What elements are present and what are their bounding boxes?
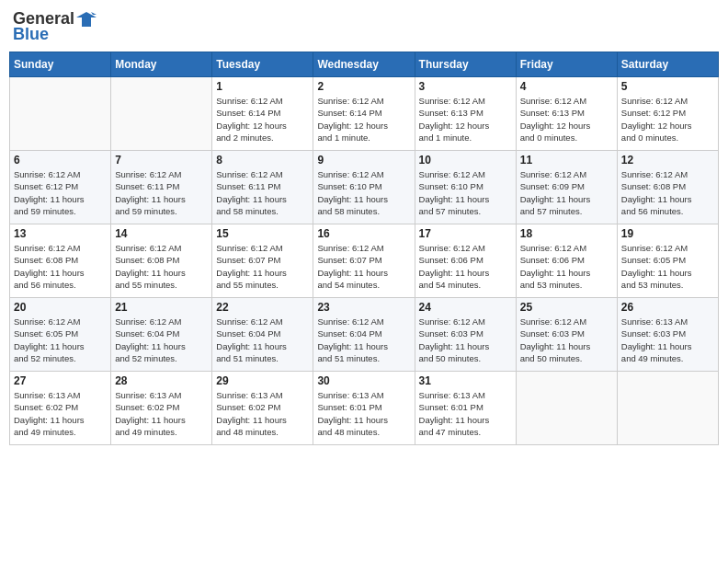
calendar-cell: 6Sunrise: 6:12 AM Sunset: 6:12 PM Daylig… [10, 151, 111, 224]
calendar-cell: 23Sunrise: 6:12 AM Sunset: 6:04 PM Dayli… [313, 298, 415, 372]
day-info: Sunrise: 6:12 AM Sunset: 6:03 PM Dayligh… [520, 316, 613, 364]
calendar-week-row: 20Sunrise: 6:12 AM Sunset: 6:05 PM Dayli… [10, 298, 719, 372]
logo-bird-icon [76, 10, 97, 29]
calendar-cell: 28Sunrise: 6:13 AM Sunset: 6:02 PM Dayli… [111, 372, 212, 445]
calendar-cell: 12Sunrise: 6:12 AM Sunset: 6:08 PM Dayli… [617, 151, 718, 224]
svg-marker-1 [91, 12, 97, 15]
day-number: 25 [520, 301, 613, 314]
day-number: 5 [621, 80, 714, 93]
calendar-cell: 26Sunrise: 6:13 AM Sunset: 6:03 PM Dayli… [617, 298, 718, 372]
calendar-cell: 29Sunrise: 6:13 AM Sunset: 6:02 PM Dayli… [212, 372, 313, 445]
day-number: 29 [216, 374, 309, 387]
calendar-cell: 24Sunrise: 6:12 AM Sunset: 6:03 PM Dayli… [415, 298, 516, 372]
calendar-cell: 15Sunrise: 6:12 AM Sunset: 6:07 PM Dayli… [212, 224, 313, 298]
calendar-cell: 18Sunrise: 6:12 AM Sunset: 6:06 PM Dayli… [516, 224, 617, 298]
day-number: 6 [14, 154, 107, 167]
day-info: Sunrise: 6:12 AM Sunset: 6:14 PM Dayligh… [317, 95, 410, 144]
day-info: Sunrise: 6:13 AM Sunset: 6:01 PM Dayligh… [419, 389, 512, 438]
weekday-header-monday: Monday [111, 52, 212, 77]
day-number: 27 [14, 374, 107, 387]
calendar-week-row: 1Sunrise: 6:12 AM Sunset: 6:14 PM Daylig… [10, 77, 719, 151]
calendar-cell: 13Sunrise: 6:12 AM Sunset: 6:08 PM Dayli… [10, 224, 111, 298]
day-info: Sunrise: 6:12 AM Sunset: 6:07 PM Dayligh… [216, 242, 309, 291]
day-number: 16 [317, 227, 410, 240]
day-info: Sunrise: 6:12 AM Sunset: 6:05 PM Dayligh… [621, 242, 714, 291]
day-info: Sunrise: 6:13 AM Sunset: 6:02 PM Dayligh… [216, 389, 309, 438]
day-number: 26 [621, 301, 714, 314]
day-number: 1 [216, 80, 309, 93]
day-info: Sunrise: 6:12 AM Sunset: 6:12 PM Dayligh… [14, 168, 107, 217]
calendar-cell: 11Sunrise: 6:12 AM Sunset: 6:09 PM Dayli… [516, 151, 617, 224]
calendar-cell [10, 77, 111, 151]
logo-blue-text: Blue [13, 25, 49, 44]
calendar-cell: 22Sunrise: 6:12 AM Sunset: 6:04 PM Dayli… [212, 298, 313, 372]
day-number: 19 [621, 227, 714, 240]
weekday-header-saturday: Saturday [617, 52, 718, 77]
day-info: Sunrise: 6:12 AM Sunset: 6:07 PM Dayligh… [317, 242, 410, 291]
calendar-cell: 19Sunrise: 6:12 AM Sunset: 6:05 PM Dayli… [617, 224, 718, 298]
day-number: 9 [317, 154, 410, 167]
calendar-cell [617, 372, 718, 445]
day-info: Sunrise: 6:13 AM Sunset: 6:03 PM Dayligh… [621, 316, 714, 364]
day-number: 21 [115, 301, 208, 314]
day-number: 24 [419, 301, 512, 314]
calendar-cell: 8Sunrise: 6:12 AM Sunset: 6:11 PM Daylig… [212, 151, 313, 224]
calendar-table: SundayMondayTuesdayWednesdayThursdayFrid… [9, 52, 719, 445]
calendar-week-row: 6Sunrise: 6:12 AM Sunset: 6:12 PM Daylig… [10, 151, 719, 224]
day-number: 17 [419, 227, 512, 240]
day-info: Sunrise: 6:12 AM Sunset: 6:04 PM Dayligh… [216, 316, 309, 364]
calendar-cell: 1Sunrise: 6:12 AM Sunset: 6:14 PM Daylig… [212, 77, 313, 151]
calendar-cell: 4Sunrise: 6:12 AM Sunset: 6:13 PM Daylig… [516, 77, 617, 151]
weekday-header-thursday: Thursday [415, 52, 516, 77]
calendar-cell: 2Sunrise: 6:12 AM Sunset: 6:14 PM Daylig… [313, 77, 415, 151]
day-info: Sunrise: 6:12 AM Sunset: 6:08 PM Dayligh… [14, 242, 107, 291]
day-info: Sunrise: 6:12 AM Sunset: 6:09 PM Dayligh… [520, 168, 613, 217]
day-info: Sunrise: 6:12 AM Sunset: 6:06 PM Dayligh… [520, 242, 613, 291]
day-number: 14 [115, 227, 208, 240]
logo: General Blue [13, 9, 97, 44]
calendar-cell: 10Sunrise: 6:12 AM Sunset: 6:10 PM Dayli… [415, 151, 516, 224]
calendar-week-row: 13Sunrise: 6:12 AM Sunset: 6:08 PM Dayli… [10, 224, 719, 298]
weekday-header-friday: Friday [516, 52, 617, 77]
day-info: Sunrise: 6:12 AM Sunset: 6:10 PM Dayligh… [419, 168, 512, 217]
day-info: Sunrise: 6:12 AM Sunset: 6:05 PM Dayligh… [14, 316, 107, 364]
calendar-cell: 27Sunrise: 6:13 AM Sunset: 6:02 PM Dayli… [10, 372, 111, 445]
day-info: Sunrise: 6:12 AM Sunset: 6:04 PM Dayligh… [317, 316, 410, 364]
weekday-header-row: SundayMondayTuesdayWednesdayThursdayFrid… [10, 52, 719, 77]
day-info: Sunrise: 6:13 AM Sunset: 6:02 PM Dayligh… [115, 389, 208, 438]
day-number: 10 [419, 154, 512, 167]
day-number: 7 [115, 154, 208, 167]
day-info: Sunrise: 6:12 AM Sunset: 6:03 PM Dayligh… [419, 316, 512, 364]
weekday-header-sunday: Sunday [10, 52, 111, 77]
day-info: Sunrise: 6:13 AM Sunset: 6:02 PM Dayligh… [14, 389, 107, 438]
day-info: Sunrise: 6:12 AM Sunset: 6:11 PM Dayligh… [216, 168, 309, 217]
calendar-cell: 30Sunrise: 6:13 AM Sunset: 6:01 PM Dayli… [313, 372, 415, 445]
day-number: 2 [317, 80, 410, 93]
day-number: 30 [317, 374, 410, 387]
calendar-cell [111, 77, 212, 151]
day-number: 20 [14, 301, 107, 314]
weekday-header-tuesday: Tuesday [212, 52, 313, 77]
calendar-cell: 21Sunrise: 6:12 AM Sunset: 6:04 PM Dayli… [111, 298, 212, 372]
day-number: 28 [115, 374, 208, 387]
day-info: Sunrise: 6:12 AM Sunset: 6:12 PM Dayligh… [621, 95, 714, 144]
calendar-cell: 25Sunrise: 6:12 AM Sunset: 6:03 PM Dayli… [516, 298, 617, 372]
calendar-cell: 5Sunrise: 6:12 AM Sunset: 6:12 PM Daylig… [617, 77, 718, 151]
page-header: General Blue [9, 9, 719, 44]
calendar-cell: 16Sunrise: 6:12 AM Sunset: 6:07 PM Dayli… [313, 224, 415, 298]
day-number: 18 [520, 227, 613, 240]
day-number: 12 [621, 154, 714, 167]
day-info: Sunrise: 6:12 AM Sunset: 6:13 PM Dayligh… [520, 95, 613, 144]
calendar-cell [516, 372, 617, 445]
calendar-week-row: 27Sunrise: 6:13 AM Sunset: 6:02 PM Dayli… [10, 372, 719, 445]
day-number: 3 [419, 80, 512, 93]
day-number: 15 [216, 227, 309, 240]
weekday-header-wednesday: Wednesday [313, 52, 415, 77]
day-number: 11 [520, 154, 613, 167]
day-number: 23 [317, 301, 410, 314]
calendar-cell: 3Sunrise: 6:12 AM Sunset: 6:13 PM Daylig… [415, 77, 516, 151]
calendar-cell: 17Sunrise: 6:12 AM Sunset: 6:06 PM Dayli… [415, 224, 516, 298]
day-info: Sunrise: 6:12 AM Sunset: 6:08 PM Dayligh… [621, 168, 714, 217]
day-info: Sunrise: 6:12 AM Sunset: 6:06 PM Dayligh… [419, 242, 512, 291]
day-number: 13 [14, 227, 107, 240]
